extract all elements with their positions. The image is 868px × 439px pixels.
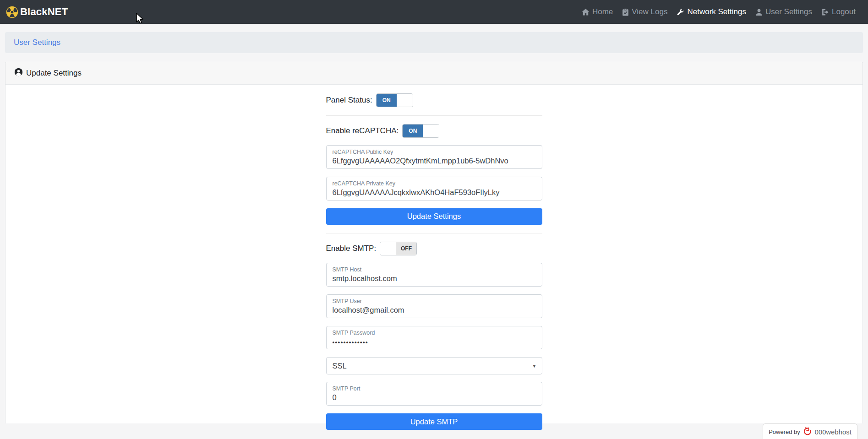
recaptcha-private-key-input[interactable] <box>333 188 536 197</box>
top-navbar: BlackNET Home View Logs <box>0 0 868 24</box>
powered-by-brand: 000webhost <box>815 428 852 436</box>
breadcrumb: User Settings <box>5 32 863 53</box>
nav-links: Home View Logs Network Settings <box>577 7 860 16</box>
recaptcha-row: Enable reCAPTCHA: ON <box>326 124 542 138</box>
smtp-port-input[interactable] <box>333 393 536 402</box>
toggle-off-label: OFF <box>396 242 416 255</box>
divider <box>326 233 542 233</box>
recaptcha-public-key-box: reCAPTCHA Public Key <box>326 145 542 169</box>
toggle-on-label: ON <box>377 94 397 107</box>
smtp-password-label: SMTP Password <box>333 329 536 337</box>
home-icon <box>582 8 590 16</box>
smtp-security-select[interactable]: SSL <box>326 357 542 374</box>
wrench-icon <box>677 8 684 16</box>
settings-form: Panel Status: ON Enable reCAPTCHA: ON re… <box>326 93 542 430</box>
nav-item-network-settings[interactable]: Network Settings <box>672 7 751 16</box>
card-title: Update Settings <box>26 69 82 78</box>
update-smtp-button[interactable]: Update SMTP <box>326 413 542 430</box>
nav-label: Home <box>592 7 613 16</box>
breadcrumb-link-user-settings[interactable]: User Settings <box>14 38 60 47</box>
toggle-knob <box>397 94 413 107</box>
nav-item-user-settings[interactable]: User Settings <box>751 7 817 16</box>
powered-by-badge[interactable]: Powered by 000webhost <box>763 423 857 439</box>
nav-label: Network Settings <box>687 7 746 16</box>
toggle-knob <box>380 242 396 255</box>
update-settings-button[interactable]: Update Settings <box>326 208 542 225</box>
smtp-password-input[interactable] <box>333 336 536 346</box>
smtp-host-label: SMTP Host <box>333 266 536 274</box>
smtp-enable-row: Enable SMTP: OFF <box>326 242 542 255</box>
radiation-icon <box>6 6 18 18</box>
nav-item-logout[interactable]: Logout <box>817 7 860 16</box>
user-circle-icon <box>14 68 23 79</box>
clipboard-check-icon <box>622 8 629 16</box>
panel-status-label: Panel Status: <box>326 96 372 105</box>
toggle-knob <box>423 125 439 137</box>
smtp-enable-toggle[interactable]: OFF <box>380 242 417 255</box>
toggle-on-label: ON <box>403 125 423 137</box>
panel-status-row: Panel Status: ON <box>326 93 542 107</box>
recaptcha-toggle[interactable]: ON <box>402 124 439 138</box>
nav-label: View Logs <box>632 7 667 16</box>
smtp-host-input[interactable] <box>333 274 536 283</box>
recaptcha-private-key-label: reCAPTCHA Private Key <box>333 180 536 188</box>
nav-label: Logout <box>832 7 856 16</box>
smtp-port-label: SMTP Port <box>333 385 536 393</box>
card-body: Panel Status: ON Enable reCAPTCHA: ON re… <box>5 85 863 430</box>
smtp-enable-label: Enable SMTP: <box>326 244 377 253</box>
nav-item-view-logs[interactable]: View Logs <box>617 7 672 16</box>
smtp-user-input[interactable] <box>333 305 536 314</box>
brand-logo[interactable]: BlackNET <box>6 6 68 18</box>
000webhost-logo-icon <box>803 427 812 437</box>
recaptcha-public-key-input[interactable] <box>333 156 536 165</box>
nav-item-home[interactable]: Home <box>577 7 617 16</box>
recaptcha-label: Enable reCAPTCHA: <box>326 126 399 135</box>
smtp-user-box: SMTP User <box>326 294 542 318</box>
card-header: Update Settings <box>5 62 863 85</box>
smtp-user-label: SMTP User <box>333 298 536 305</box>
smtp-port-box: SMTP Port <box>326 382 542 406</box>
logout-icon <box>821 8 829 16</box>
recaptcha-private-key-box: reCAPTCHA Private Key <box>326 177 542 201</box>
user-icon <box>755 8 763 16</box>
smtp-host-box: SMTP Host <box>326 263 542 287</box>
panel-status-toggle[interactable]: ON <box>376 93 413 107</box>
divider <box>326 115 542 116</box>
nav-label: User Settings <box>765 7 812 16</box>
smtp-password-box: SMTP Password <box>326 326 542 350</box>
update-settings-card: Update Settings Panel Status: ON Enable … <box>5 62 863 423</box>
recaptcha-public-key-label: reCAPTCHA Public Key <box>333 148 536 156</box>
smtp-security-select-wrap: SSL ▼ <box>326 357 542 374</box>
powered-by-text: Powered by <box>769 428 800 435</box>
brand-title: BlackNET <box>20 6 68 18</box>
